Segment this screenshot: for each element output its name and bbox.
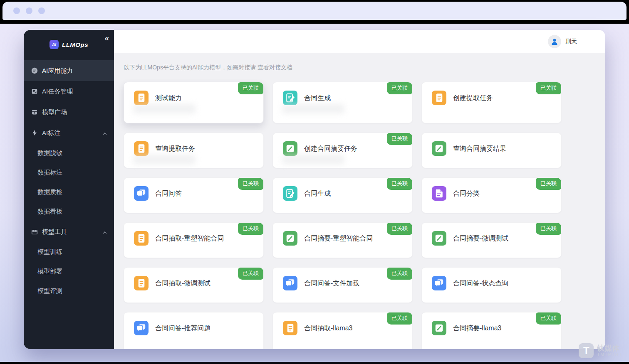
folder-purple-icon bbox=[432, 186, 446, 201]
pen-green-icon bbox=[432, 231, 446, 246]
capability-card[interactable]: 合同抽取-重塑智能合同已关联 bbox=[124, 222, 264, 258]
capability-card[interactable]: 合同问答-状态查询 bbox=[421, 267, 562, 303]
card-title: 合同生成 bbox=[304, 186, 331, 201]
integration-doc-link[interactable]: 查看对接文档 bbox=[258, 64, 292, 71]
content-area: 以下为LLMOps平台支持的AI能力模型，如需对接请 查看对接文档 测试能力已关… bbox=[114, 53, 605, 349]
linked-status-badge: 已关联 bbox=[536, 312, 561, 325]
capability-card[interactable]: 合同摘要-微调测试已关联 bbox=[421, 222, 562, 258]
sidebar-item-3[interactable]: AI标注 bbox=[24, 123, 114, 143]
linked-status-badge: 已关联 bbox=[387, 133, 412, 145]
window-control-dot[interactable] bbox=[26, 7, 32, 14]
card-title: 合同摘要-llama3 bbox=[453, 321, 501, 335]
capability-card[interactable]: 合同抽取-llama3已关联 bbox=[272, 312, 413, 349]
card-title: 合同摘要-重塑智能合同 bbox=[304, 231, 373, 246]
card-title: 合同抽取-重塑智能合同 bbox=[155, 231, 224, 246]
capability-card[interactable]: 合同摘要-llama3已关联 bbox=[421, 312, 562, 349]
lightning-icon bbox=[31, 129, 38, 137]
capability-card[interactable]: 合同抽取-微调测试已关联 bbox=[124, 267, 264, 303]
person-icon bbox=[550, 37, 559, 46]
capability-card[interactable]: 合同摘要-重塑智能合同已关联 bbox=[272, 222, 413, 258]
capability-card[interactable]: 合同问答已关联 bbox=[124, 177, 264, 213]
card-title: 合同摘要-微调测试 bbox=[453, 231, 508, 246]
blurred-description bbox=[282, 155, 344, 165]
linked-status-badge: 已关联 bbox=[536, 82, 561, 94]
capability-card[interactable]: 查询提取任务 bbox=[124, 133, 264, 168]
sidebar-item-2[interactable]: 模型广场 bbox=[24, 102, 114, 123]
linked-status-badge: 已关联 bbox=[536, 178, 561, 190]
linked-status-badge: 已关联 bbox=[238, 268, 263, 280]
linked-status-badge: 已关联 bbox=[387, 223, 412, 235]
model-market-icon bbox=[31, 108, 38, 116]
app-logo: AI LLMOps « bbox=[24, 30, 114, 59]
card-title: 合同抽取-微调测试 bbox=[155, 276, 210, 290]
card-title: 创建合同摘要任务 bbox=[304, 141, 357, 156]
sidebar-item-0[interactable]: AI应用能力 bbox=[24, 60, 114, 81]
pen-green-icon bbox=[432, 141, 446, 156]
card-title: 查询提取任务 bbox=[155, 141, 195, 156]
sidebar-item-7[interactable]: 数据看板 bbox=[24, 202, 114, 221]
sidebar-item-6[interactable]: 数据质检 bbox=[24, 182, 114, 202]
sidebar-item-10[interactable]: 模型部署 bbox=[24, 262, 114, 281]
sidebar-item-11[interactable]: 模型评测 bbox=[24, 281, 114, 301]
capability-card[interactable]: 合同生成已关联 bbox=[272, 177, 413, 213]
doc-teal-icon bbox=[283, 91, 297, 105]
linked-status-badge: 已关联 bbox=[387, 268, 412, 280]
capability-card[interactable]: 合同问答-文件加载已关联 bbox=[272, 267, 413, 303]
capability-card[interactable]: 合同问答-推荐问题 bbox=[124, 312, 264, 349]
sidebar-item-label: AI任务管理 bbox=[42, 88, 107, 96]
card-title: 合同抽取-llama3 bbox=[304, 321, 352, 335]
card-title: 创建提取任务 bbox=[453, 91, 493, 105]
chat-blue-icon bbox=[134, 321, 149, 335]
sidebar-collapse-icon[interactable]: « bbox=[104, 34, 109, 42]
sidebar-item-label: 模型训练 bbox=[37, 248, 107, 256]
sidebar-item-9[interactable]: 模型训练 bbox=[24, 242, 114, 262]
capability-card[interactable]: 合同分类已关联 bbox=[421, 177, 562, 213]
doc-teal-icon bbox=[283, 186, 297, 201]
doc-orange-icon bbox=[134, 231, 149, 246]
blurred-description bbox=[133, 104, 196, 114]
window-control-dot[interactable] bbox=[38, 7, 45, 14]
sidebar-item-label: 模型工具 bbox=[42, 228, 102, 236]
capability-card[interactable]: 合同生成已关联 bbox=[272, 82, 413, 123]
pen-green-icon bbox=[283, 231, 297, 246]
linked-status-badge: 已关联 bbox=[387, 312, 412, 325]
pen-green-icon bbox=[283, 141, 297, 156]
doc-orange-icon bbox=[134, 276, 149, 290]
sidebar-item-1[interactable]: AI任务管理 bbox=[24, 81, 114, 102]
card-title: 合同问答-文件加载 bbox=[304, 276, 359, 290]
username[interactable]: 刑天 bbox=[565, 38, 577, 45]
window-control-dot[interactable] bbox=[13, 7, 20, 14]
task-manage-icon bbox=[31, 88, 38, 95]
sidebar-item-label: 数据质检 bbox=[37, 188, 107, 196]
toolbox-icon bbox=[31, 228, 38, 236]
user-avatar[interactable] bbox=[548, 35, 561, 48]
chat-blue-icon bbox=[432, 276, 446, 290]
capability-card[interactable]: 创建合同摘要任务已关联 bbox=[272, 133, 413, 168]
sidebar-item-label: 数据标注 bbox=[37, 169, 107, 177]
sidebar-item-4[interactable]: 数据脱敏 bbox=[24, 143, 114, 163]
sidebar-item-5[interactable]: 数据标注 bbox=[24, 163, 114, 182]
sidebar-item-label: 模型评测 bbox=[37, 287, 107, 295]
doc-orange-icon bbox=[283, 321, 297, 335]
blurred-description bbox=[133, 155, 196, 165]
sidebar-item-8[interactable]: 模型工具 bbox=[24, 221, 114, 242]
linked-status-badge: 已关联 bbox=[238, 178, 263, 190]
capability-card[interactable]: 创建提取任务已关联 bbox=[421, 82, 562, 123]
sidebar-item-label: 模型部署 bbox=[37, 268, 107, 275]
chevron-up-icon[interactable] bbox=[102, 130, 107, 135]
blurred-description bbox=[282, 104, 344, 114]
doc-orange-icon bbox=[134, 91, 149, 105]
linked-status-badge: 已关联 bbox=[238, 223, 263, 235]
capability-card[interactable]: 测试能力已关联 bbox=[124, 82, 264, 123]
chevron-up-icon[interactable] bbox=[102, 229, 107, 234]
card-title: 合同问答-推荐问题 bbox=[155, 321, 210, 335]
sidebar-item-label: AI应用能力 bbox=[42, 67, 107, 75]
doc-orange-icon bbox=[432, 91, 446, 105]
doc-orange-icon bbox=[134, 141, 149, 156]
sidebar-item-label: AI标注 bbox=[42, 129, 102, 137]
capability-card[interactable]: 查询合同摘要结果 bbox=[421, 133, 562, 168]
description-text: 以下为LLMOps平台支持的AI能力模型，如需对接请 bbox=[124, 64, 258, 71]
ai-app-icon bbox=[31, 67, 38, 74]
card-title: 测试能力 bbox=[155, 91, 182, 105]
app-logo-text: LLMOps bbox=[62, 41, 88, 48]
